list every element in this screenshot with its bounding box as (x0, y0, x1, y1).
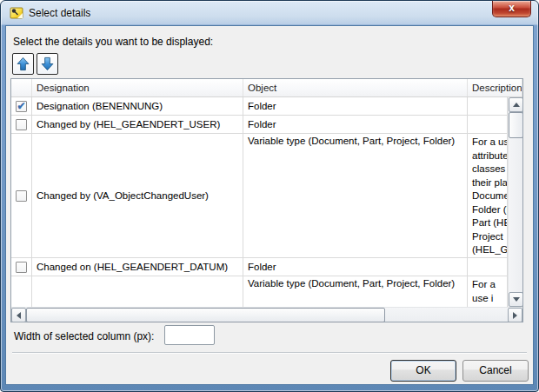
cell-description (468, 97, 508, 115)
header-checkbox-column[interactable] (11, 79, 32, 96)
cell-designation: Changed by (HEL_GEAENDERT_USER) (32, 116, 243, 133)
move-up-button[interactable] (12, 53, 34, 75)
cell-description (468, 116, 508, 133)
cell-description: For a use i attributes classes are their… (468, 134, 508, 257)
row-checkbox[interactable]: ✔ (16, 101, 27, 112)
ok-button[interactable]: OK (390, 360, 456, 382)
scroll-up-button[interactable] (509, 97, 522, 112)
table-row[interactable]: ✔ Designation (BENENNUNG) Folder (11, 97, 508, 116)
cell-description: For a use i attributes (468, 276, 508, 307)
cell-designation: Changed on (HEL_GEAENDERT_DATUM) (32, 258, 243, 276)
cell-designation: Changed by (VA_ObjectChangedUser) (32, 134, 243, 257)
cell-designation: Designation (BENENNUNG) (32, 97, 243, 115)
vertical-scrollbar[interactable] (508, 97, 522, 307)
row-checkbox[interactable] (16, 119, 27, 130)
blue-arrow-up-icon (16, 56, 30, 71)
horizontal-scrollbar[interactable] (11, 307, 522, 322)
horizontal-scroll-track[interactable] (385, 308, 508, 322)
header-designation[interactable]: Designation (32, 79, 243, 96)
column-width-label: Width of selected column (px): (14, 330, 154, 342)
instruction-text: Select the details you want to be displa… (13, 36, 213, 48)
table-row[interactable]: Changed by (HEL_GEAENDERT_USER) Folder (11, 116, 508, 134)
details-list: Designation Object Description ✔ Designa… (10, 78, 523, 322)
footer-divider (12, 352, 527, 354)
check-icon: ✔ (17, 102, 25, 110)
table-row[interactable]: Changed by (VA_ObjectChangedUser) Variab… (11, 134, 508, 258)
header-object[interactable]: Object (243, 79, 468, 96)
column-width-input[interactable] (164, 325, 215, 345)
cell-object: Folder (243, 116, 468, 133)
list-body: ✔ Designation (BENENNUNG) Folder Changed… (11, 97, 522, 307)
cell-object: Folder (243, 258, 468, 276)
cell-object: Variable type (Document, Part, Project, … (243, 276, 468, 307)
list-header: Designation Object Description (11, 79, 522, 97)
scroll-down-button[interactable] (509, 292, 522, 307)
scroll-right-button[interactable] (508, 308, 522, 322)
blue-arrow-down-icon (40, 56, 55, 71)
cancel-button[interactable]: Cancel (462, 360, 529, 382)
dialog-body: Select the details you want to be displa… (5, 25, 534, 385)
close-button[interactable]: x (492, 1, 531, 17)
table-row[interactable]: Changed on (HEL_GEAENDERT_DATUM) Folder (11, 258, 508, 276)
cell-object: Folder (243, 97, 468, 115)
triangle-right-icon (513, 312, 517, 319)
close-x-icon: x (509, 2, 515, 14)
horizontal-scroll-thumb[interactable] (26, 308, 385, 322)
scroll-left-button[interactable] (11, 308, 26, 322)
move-down-button[interactable] (37, 53, 58, 75)
note-pin-icon (10, 6, 23, 20)
triangle-left-icon (17, 312, 21, 319)
row-checkbox[interactable] (16, 190, 27, 202)
window-title: Select details (29, 7, 90, 19)
cell-description (468, 258, 508, 276)
header-description[interactable]: Description (468, 79, 522, 96)
triangle-up-icon (513, 103, 520, 107)
vertical-scroll-thumb[interactable] (509, 112, 522, 138)
cell-designation (32, 276, 243, 307)
select-details-dialog: Select details x Select the details you … (0, 0, 539, 392)
table-row[interactable]: Variable type (Document, Part, Project, … (11, 276, 508, 307)
triangle-down-icon (513, 297, 520, 302)
cell-object: Variable type (Document, Part, Project, … (243, 134, 468, 257)
title-bar[interactable]: Select details x (1, 1, 538, 25)
row-checkbox[interactable] (16, 262, 27, 273)
